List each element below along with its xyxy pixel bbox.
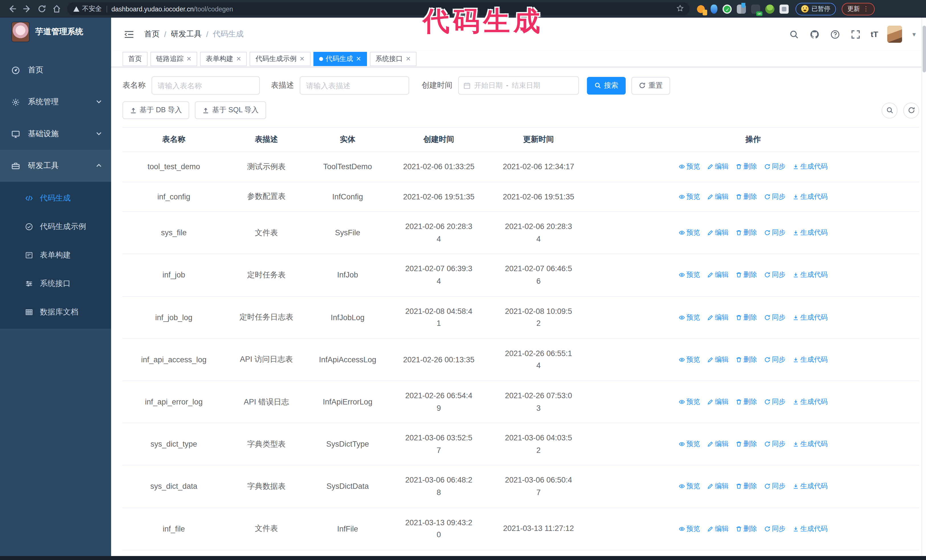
view-tab[interactable]: 表单构建 ✕ <box>200 52 247 66</box>
view-tab[interactable]: 代码生成示例 ✕ <box>250 52 310 66</box>
toggle-search-button[interactable] <box>882 102 897 118</box>
delete-link[interactable]: 删除 <box>735 439 757 449</box>
preview-link[interactable]: 预览 <box>678 228 700 238</box>
table-name-input[interactable] <box>157 81 253 90</box>
puzzle-extension-icon[interactable] <box>779 4 789 14</box>
scrollbar-thumb[interactable] <box>923 26 926 72</box>
delete-link[interactable]: 删除 <box>735 192 757 202</box>
github-icon[interactable] <box>809 29 820 40</box>
help-question-icon[interactable] <box>830 29 841 40</box>
fullscreen-icon[interactable] <box>850 29 862 40</box>
delete-link[interactable]: 删除 <box>735 270 757 280</box>
edit-link[interactable]: 编辑 <box>707 482 729 491</box>
sync-link[interactable]: 同步 <box>764 439 785 449</box>
browser-back-icon[interactable] <box>5 2 20 16</box>
orange-extension-icon[interactable] <box>696 4 705 14</box>
search-button[interactable]: 搜索 <box>587 77 626 94</box>
breadcrumb-item[interactable]: 首页 <box>144 29 160 39</box>
dark-on-extension-icon[interactable]: on <box>751 4 760 14</box>
generate-code-link[interactable]: 生成代码 <box>792 312 828 322</box>
refresh-table-button[interactable] <box>903 102 919 118</box>
browser-home-icon[interactable] <box>49 2 64 16</box>
sync-link[interactable]: 同步 <box>764 192 785 202</box>
delete-link[interactable]: 删除 <box>735 355 757 365</box>
close-tab-icon[interactable]: ✕ <box>356 56 361 62</box>
search-icon[interactable] <box>789 29 800 40</box>
sidebar-item-db-doc[interactable]: 数据库文档 <box>0 298 111 326</box>
close-tab-icon[interactable]: ✕ <box>406 56 411 62</box>
generate-code-link[interactable]: 生成代码 <box>792 482 828 491</box>
delete-link[interactable]: 删除 <box>735 524 757 533</box>
edit-link[interactable]: 编辑 <box>707 192 729 202</box>
edit-link[interactable]: 编辑 <box>707 355 729 365</box>
sync-link[interactable]: 同步 <box>764 482 785 491</box>
sync-link[interactable]: 同步 <box>764 312 785 322</box>
edit-link[interactable]: 编辑 <box>707 524 729 533</box>
delete-link[interactable]: 删除 <box>735 312 757 322</box>
sidebar-item-form-builder[interactable]: 表单构建 <box>0 241 111 269</box>
sync-link[interactable]: 同步 <box>764 524 785 533</box>
breadcrumb-item[interactable]: 研发工具 <box>171 29 202 39</box>
preview-link[interactable]: 预览 <box>678 312 700 322</box>
close-tab-icon[interactable]: ✕ <box>186 56 191 62</box>
security-warning[interactable]: 不安全 <box>73 5 102 13</box>
font-size-icon[interactable]: tT <box>871 30 878 39</box>
sync-link[interactable]: 同步 <box>764 228 785 238</box>
sync-link[interactable]: 同步 <box>764 355 785 365</box>
view-tab[interactable]: 首页 <box>123 52 148 66</box>
preview-link[interactable]: 预览 <box>678 192 700 202</box>
close-tab-icon[interactable]: ✕ <box>236 56 241 62</box>
green-check-extension-icon[interactable]: ✓ <box>723 4 732 14</box>
edit-link[interactable]: 编辑 <box>707 312 729 322</box>
preview-link[interactable]: 预览 <box>678 355 700 365</box>
browser-scrollbar[interactable] <box>921 18 926 556</box>
delete-link[interactable]: 删除 <box>735 228 757 238</box>
close-tab-icon[interactable]: ✕ <box>300 56 304 62</box>
preview-link[interactable]: 预览 <box>678 397 700 407</box>
date-range-picker[interactable]: 开始日期 - 结束日期 <box>458 76 579 95</box>
user-menu-caret-icon[interactable]: ▼ <box>911 31 917 37</box>
edit-link[interactable]: 编辑 <box>707 162 729 172</box>
edit-link[interactable]: 编辑 <box>707 439 729 449</box>
generate-code-link[interactable]: 生成代码 <box>792 439 828 449</box>
sidebar-item-codegen-example[interactable]: 代码生成示例 <box>0 213 111 241</box>
generate-code-link[interactable]: 生成代码 <box>792 192 828 202</box>
generate-code-link[interactable]: 生成代码 <box>792 355 828 365</box>
view-tab[interactable]: 代码生成 ✕ <box>313 52 367 66</box>
sync-link[interactable]: 同步 <box>764 397 785 407</box>
edit-link[interactable]: 编辑 <box>707 228 729 238</box>
user-avatar[interactable] <box>887 26 902 43</box>
table-desc-input[interactable] <box>306 81 403 90</box>
sidebar-item-codegen[interactable]: 代码生成 <box>0 184 111 213</box>
sidebar-toggle-hamburger-icon[interactable] <box>123 28 135 41</box>
import-db-button[interactable]: 基于 DB 导入 <box>123 101 189 119</box>
preview-link[interactable]: 预览 <box>678 162 700 172</box>
sync-link[interactable]: 同步 <box>764 270 785 280</box>
generate-code-link[interactable]: 生成代码 <box>792 228 828 238</box>
delete-link[interactable]: 删除 <box>735 397 757 407</box>
app-logo[interactable]: 芋道管理系统 <box>0 18 111 46</box>
generate-code-link[interactable]: 生成代码 <box>792 397 828 407</box>
browser-reload-icon[interactable] <box>34 2 49 16</box>
generate-code-link[interactable]: 生成代码 <box>792 524 828 533</box>
view-tab[interactable]: 链路追踪 ✕ <box>150 52 197 66</box>
profile-paused-chip[interactable]: 已暂停 <box>796 3 836 15</box>
edit-link[interactable]: 编辑 <box>707 270 729 280</box>
grid-extension-icon[interactable] <box>737 4 746 14</box>
sync-link[interactable]: 同步 <box>764 162 785 172</box>
preview-link[interactable]: 预览 <box>678 524 700 533</box>
generate-code-link[interactable]: 生成代码 <box>792 162 828 172</box>
browser-forward-icon[interactable] <box>20 2 34 16</box>
sidebar-item-devtools[interactable]: 研发工具 <box>0 150 111 182</box>
bookmark-star-icon[interactable] <box>676 5 684 13</box>
generate-code-link[interactable]: 生成代码 <box>792 270 828 280</box>
reset-button[interactable]: 重置 <box>631 77 670 94</box>
sidebar-item-system-api[interactable]: 系统接口 <box>0 269 111 298</box>
sidebar-item-system[interactable]: 系统管理 <box>0 86 111 118</box>
blue-gem-extension-icon[interactable] <box>711 4 717 14</box>
view-tab[interactable]: 系统接口 ✕ <box>370 52 416 66</box>
sidebar-item-home[interactable]: 首页 <box>0 54 111 86</box>
browser-update-button[interactable]: 更新 ⋮ <box>842 3 875 15</box>
preview-link[interactable]: 预览 <box>678 270 700 280</box>
green-plant-extension-icon[interactable] <box>765 4 775 14</box>
